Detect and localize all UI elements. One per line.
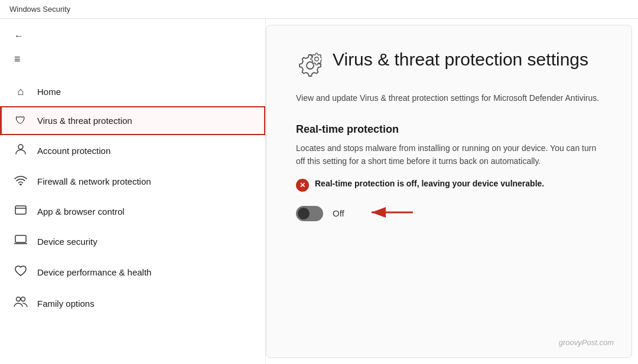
toggle-knob xyxy=(298,208,310,219)
sidebar-item-app-label: App & browser control xyxy=(37,206,125,217)
arrow-indicator xyxy=(366,204,419,224)
sidebar-item-performance[interactable]: Device performance & health xyxy=(0,257,265,288)
app-title: Windows Security xyxy=(9,5,70,14)
sidebar-item-virus-label: Virus & threat protection xyxy=(37,116,132,126)
svg-point-6 xyxy=(21,297,25,301)
laptop-icon xyxy=(14,235,28,248)
wifi-icon xyxy=(14,175,28,188)
sidebar-item-app[interactable]: App & browser control xyxy=(0,196,265,227)
sidebar-item-home-label: Home xyxy=(37,87,61,97)
sidebar-item-virus[interactable]: 🛡 Virus & threat protection xyxy=(0,106,265,135)
svg-point-1 xyxy=(20,184,21,185)
svg-rect-2 xyxy=(15,206,26,214)
sidebar-item-firewall[interactable]: Firewall & network protection xyxy=(0,166,265,196)
title-bar: Windows Security xyxy=(0,0,638,19)
sidebar-item-account[interactable]: Account protection xyxy=(0,135,265,166)
home-icon: ⌂ xyxy=(14,86,28,98)
realtime-title: Real-time protection xyxy=(296,123,602,136)
sidebar-item-family[interactable]: Family options xyxy=(0,288,265,319)
back-button[interactable]: ← xyxy=(12,28,28,44)
sidebar-nav: ⌂ Home 🛡 Virus & threat protection Accou… xyxy=(0,77,265,319)
page-title: Virus & threat protection settings xyxy=(333,49,588,70)
toggle-label: Off xyxy=(333,208,344,218)
page-header: Virus & threat protection settings xyxy=(296,49,602,83)
warning-text: Real-time protection is off, leaving you… xyxy=(315,178,544,190)
menu-button[interactable]: ≡ xyxy=(12,51,28,68)
sidebar-item-device-label: Device security xyxy=(37,237,97,247)
main-layout: ← ≡ ⌂ Home 🛡 Virus & threat protection xyxy=(0,19,638,364)
realtime-section: Real-time protection Locates and stops m… xyxy=(296,123,602,224)
person-icon xyxy=(14,143,28,158)
realtime-toggle[interactable] xyxy=(296,206,323,221)
svg-point-5 xyxy=(17,297,21,301)
sidebar-item-family-label: Family options xyxy=(37,299,95,309)
shield-icon: 🛡 xyxy=(14,114,28,127)
sidebar-item-account-label: Account protection xyxy=(37,146,110,156)
error-icon xyxy=(296,179,309,192)
svg-rect-4 xyxy=(15,235,26,242)
page-subtitle: View and update Virus & threat protectio… xyxy=(296,92,602,104)
heart-icon xyxy=(14,265,28,280)
sidebar-item-performance-label: Device performance & health xyxy=(37,267,151,277)
sidebar-top: ← ≡ xyxy=(0,19,265,73)
toggle-row: Off xyxy=(296,204,602,224)
content-area: Virus & threat protection settings View … xyxy=(266,25,632,358)
watermark: groovyPost.com xyxy=(559,338,614,347)
family-icon xyxy=(14,296,28,311)
sidebar-item-device[interactable]: Device security xyxy=(0,227,265,257)
sidebar-item-home[interactable]: ⌂ Home xyxy=(0,77,265,106)
settings-gear-icon xyxy=(296,51,322,83)
browser-icon xyxy=(14,205,28,218)
svg-point-0 xyxy=(18,145,23,149)
sidebar-item-firewall-label: Firewall & network protection xyxy=(37,176,151,186)
warning-row: Real-time protection is off, leaving you… xyxy=(296,178,602,192)
sidebar: ← ≡ ⌂ Home 🛡 Virus & threat protection xyxy=(0,19,266,364)
realtime-description: Locates and stops malware from installin… xyxy=(296,142,602,168)
